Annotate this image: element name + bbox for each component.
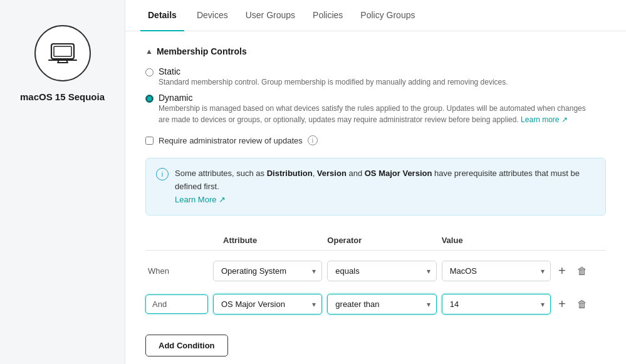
row1-value-select[interactable]: MacOS Windows Linux [442, 261, 551, 281]
tab-user-groups[interactable]: User Groups [238, 0, 303, 31]
dist-bold: Distribution [267, 169, 313, 178]
sidebar-device-title: macOS 15 Sequoia [10, 91, 115, 102]
laptop-icon [48, 41, 78, 65]
row2-value-select[interactable]: 14 13 12 15 [442, 294, 551, 315]
chevron-up-icon: ▲ [145, 47, 153, 56]
info-banner-icon: i [156, 168, 169, 180]
row2-value-wrapper: 14 13 12 15 [442, 294, 551, 315]
admin-review-info-icon[interactable]: i [308, 135, 318, 145]
membership-controls-heading: ▲ Membership Controls [145, 46, 606, 56]
row2-delete-button[interactable]: 🗑 [575, 298, 590, 311]
col-operator-header: Operator [327, 236, 436, 245]
banner-learn-more-link[interactable]: Learn More ↗ [175, 195, 226, 204]
row2-actions: + 🗑 [556, 296, 606, 313]
admin-review-checkbox[interactable] [145, 137, 154, 145]
condition-row-2: And OS Major Version Operating System Di… [145, 289, 606, 320]
admin-review-label[interactable]: Require administrator review of updates [159, 136, 303, 145]
content-area: ▲ Membership Controls Static Standard me… [125, 31, 626, 364]
row2-attribute-select[interactable]: OS Major Version Operating System Distri… [213, 294, 322, 315]
row1-value-wrapper: MacOS Windows Linux [442, 261, 551, 281]
sidebar: macOS 15 Sequoia [0, 0, 125, 364]
learn-more-link[interactable]: Learn more ↗ [521, 115, 568, 124]
row1-operator-select[interactable]: equals not equals greater than less than [327, 261, 436, 281]
row1-attribute-select[interactable]: Operating System OS Major Version Distri… [213, 261, 322, 281]
row2-and-label: And [145, 294, 208, 314]
static-label[interactable]: Static [159, 66, 508, 76]
tab-devices[interactable]: Devices [189, 0, 236, 31]
row1-attribute-wrapper: Operating System OS Major Version Distri… [213, 261, 322, 281]
tab-policy-groups[interactable]: Policy Groups [353, 0, 422, 31]
row2-attribute-wrapper: OS Major Version Operating System Distri… [213, 294, 322, 315]
conditions-table-header: Attribute Operator Value [145, 231, 606, 251]
dynamic-desc: Membership is managed based on what devi… [159, 103, 597, 125]
info-banner: i Some attributes, such as Distribution,… [145, 158, 606, 216]
membership-type-group: Static Standard membership control. Grou… [145, 66, 606, 125]
row2-operator-wrapper: greater than equals not equals less than [327, 294, 436, 315]
dynamic-label[interactable]: Dynamic [159, 93, 597, 103]
static-option: Static Standard membership control. Grou… [145, 66, 606, 88]
os-major-bold: OS Major Version [365, 169, 432, 178]
static-desc: Standard membership control. Group membe… [159, 76, 508, 88]
row2-operator-select[interactable]: greater than equals not equals less than [327, 294, 436, 315]
row2-add-button[interactable]: + [556, 296, 568, 313]
device-icon-circle [34, 25, 91, 81]
row1-operator-wrapper: equals not equals greater than less than [327, 261, 436, 281]
condition-row-1: When Operating System OS Major Version D… [145, 256, 606, 286]
dynamic-option: Dynamic Membership is managed based on w… [145, 93, 606, 125]
dynamic-radio[interactable] [145, 95, 154, 103]
tab-policies[interactable]: Policies [305, 0, 350, 31]
svg-rect-1 [54, 46, 71, 56]
info-banner-text: Some attributes, such as Distribution, V… [175, 167, 595, 206]
row1-add-button[interactable]: + [556, 263, 568, 279]
col-value-header: Value [442, 236, 551, 245]
tab-details[interactable]: Details [140, 0, 184, 31]
add-condition-button[interactable]: Add Condition [145, 335, 228, 356]
row1-delete-button[interactable]: 🗑 [575, 264, 590, 278]
row1-actions: + 🗑 [556, 263, 606, 279]
static-radio[interactable] [145, 68, 154, 76]
main-content: Details Devices User Groups Policies Pol… [125, 0, 626, 364]
membership-controls-label: Membership Controls [157, 46, 247, 56]
col-attribute-header: Attribute [213, 236, 322, 245]
admin-review-checkbox-row: Require administrator review of updates … [145, 135, 606, 145]
row1-when-label: When [145, 266, 208, 276]
tab-bar: Details Devices User Groups Policies Pol… [125, 0, 626, 31]
version-bold: Version [317, 169, 347, 178]
